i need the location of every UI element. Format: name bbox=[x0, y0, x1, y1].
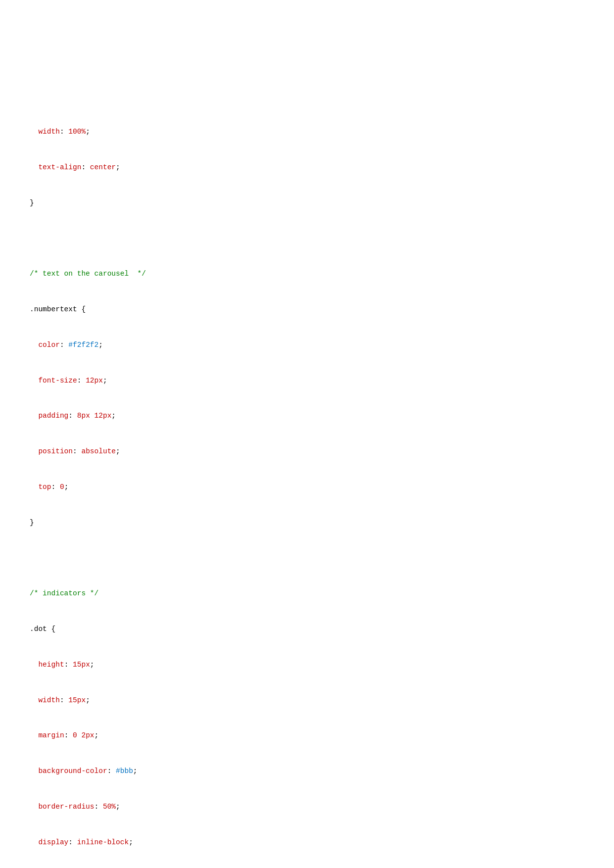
line-23: display: inline-block; bbox=[30, 837, 584, 849]
line-10: font-size: 12px; bbox=[30, 375, 584, 387]
line-13: top: 0; bbox=[30, 482, 584, 493]
line-12: position: absolute; bbox=[30, 446, 584, 458]
line-2 bbox=[30, 91, 584, 103]
line-16: /* indicators */ bbox=[30, 588, 584, 600]
line-19: width: 15px; bbox=[30, 695, 584, 707]
line-6 bbox=[30, 233, 584, 245]
line-9: color: #f2f2f2; bbox=[30, 339, 584, 351]
line-7: /* text on the carousel */ bbox=[30, 268, 584, 280]
line-14: } bbox=[30, 517, 584, 529]
line-20: margin: 0 2px; bbox=[30, 730, 584, 742]
line-15 bbox=[30, 552, 584, 564]
line-21: background-color: #bbb; bbox=[30, 766, 584, 777]
line-5: } bbox=[30, 197, 584, 209]
code-block: width: 100%; text-align: center; } /* te… bbox=[30, 20, 584, 868]
line-11: padding: 8px 12px; bbox=[30, 410, 584, 422]
line-4: text-align: center; bbox=[30, 162, 584, 174]
line-8: .numbertext { bbox=[30, 304, 584, 316]
line-18: height: 15px; bbox=[30, 659, 584, 671]
line-1 bbox=[30, 55, 584, 67]
line-22: border-radius: 50%; bbox=[30, 801, 584, 813]
line-3: width: 100%; bbox=[30, 126, 584, 138]
line-17: .dot { bbox=[30, 624, 584, 635]
code-container: width: 100%; text-align: center; } /* te… bbox=[0, 0, 614, 868]
